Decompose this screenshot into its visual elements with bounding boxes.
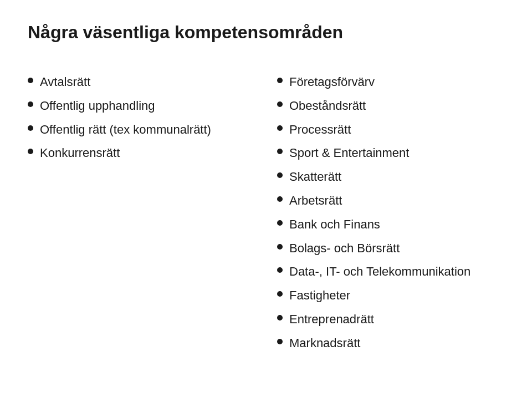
- list-item: Marknadsrätt: [277, 332, 504, 355]
- list-item: Konkurrensrätt: [28, 141, 255, 165]
- bullet-icon: [277, 220, 283, 226]
- bullet-icon: [277, 125, 283, 131]
- list-item: Skatterätt: [277, 165, 504, 189]
- list-item: Arbetsrätt: [277, 189, 504, 213]
- right-column: FöretagsförvärvObeståndsrättProcessrättS…: [277, 70, 504, 355]
- list-item: Bolags- och Börsrätt: [277, 237, 504, 261]
- list-item: Entreprenadrätt: [277, 308, 504, 332]
- content-grid: AvtalsrättOffentlig upphandlingOffentlig…: [28, 70, 504, 355]
- left-column: AvtalsrättOffentlig upphandlingOffentlig…: [28, 70, 255, 165]
- bullet-icon: [277, 101, 283, 107]
- item-text: Obeståndsrätt: [289, 98, 504, 115]
- list-item: Företagsförvärv: [277, 70, 504, 94]
- item-text: Entreprenadrätt: [289, 311, 504, 328]
- list-item: Sport & Entertainment: [277, 141, 504, 165]
- bullet-icon: [277, 315, 283, 321]
- bullet-icon: [28, 125, 33, 131]
- item-text: Marknadsrätt: [289, 335, 504, 352]
- bullet-icon: [28, 78, 33, 83]
- item-text: Sport & Entertainment: [289, 145, 504, 162]
- list-item: Data-, IT- och Telekommunikation: [277, 260, 504, 284]
- bullet-icon: [277, 172, 283, 178]
- item-text: Data-, IT- och Telekommunikation: [289, 263, 504, 281]
- list-item: Obeståndsrätt: [277, 94, 504, 118]
- list-item: Offentlig rätt (tex kommunalrätt): [28, 118, 255, 142]
- list-item: Bank och Finans: [277, 213, 504, 237]
- bullet-icon: [277, 149, 283, 154]
- list-item: Processrätt: [277, 118, 504, 142]
- list-item: Offentlig upphandling: [28, 94, 255, 118]
- item-text: Arbetsrätt: [289, 192, 504, 210]
- item-text: Konkurrensrätt: [40, 145, 255, 162]
- item-text: Bank och Finans: [289, 216, 504, 233]
- bullet-icon: [277, 267, 283, 273]
- item-text: Offentlig upphandling: [40, 98, 255, 115]
- bullet-icon: [277, 291, 283, 297]
- item-text: Skatterätt: [289, 169, 504, 186]
- item-text: Avtalsrätt: [40, 74, 255, 91]
- page-title: Några väsentliga kompetensområden: [28, 22, 504, 43]
- item-text: Fastigheter: [289, 287, 504, 304]
- bullet-icon: [277, 339, 283, 344]
- item-text: Offentlig rätt (tex kommunalrätt): [40, 121, 255, 139]
- bullet-icon: [277, 244, 283, 250]
- list-item: Fastigheter: [277, 284, 504, 308]
- bullet-icon: [277, 78, 283, 83]
- list-item: Avtalsrätt: [28, 70, 255, 94]
- bullet-icon: [277, 196, 283, 202]
- bullet-icon: [28, 101, 33, 107]
- bullet-icon: [28, 149, 33, 154]
- item-text: Företagsförvärv: [289, 74, 504, 91]
- item-text: Processrätt: [289, 121, 504, 139]
- item-text: Bolags- och Börsrätt: [289, 240, 504, 257]
